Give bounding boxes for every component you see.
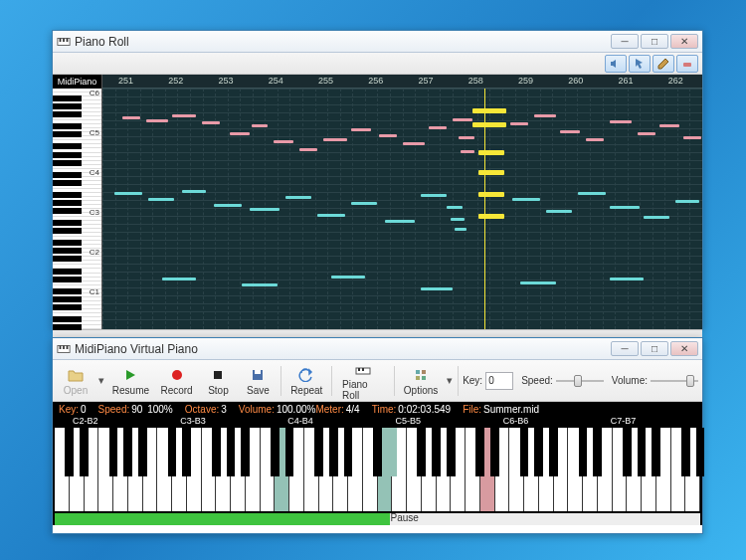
main-toolbar: Open ▾ Resume Record Stop Save Repeat Pi… <box>53 360 702 402</box>
black-key[interactable] <box>388 428 397 476</box>
black-key[interactable] <box>109 428 118 476</box>
close-button[interactable]: ✕ <box>670 34 698 49</box>
black-key[interactable] <box>681 428 690 476</box>
black-key[interactable] <box>314 428 323 476</box>
svg-rect-1 <box>60 38 62 42</box>
maximize-button[interactable]: □ <box>641 341 668 356</box>
play-icon <box>121 366 139 384</box>
tool-speaker-icon[interactable] <box>605 55 627 73</box>
resume-button[interactable]: Resume <box>107 364 153 398</box>
piano-roll-titlebar[interactable]: Piano Roll ─ □ ✕ <box>53 31 702 53</box>
black-key[interactable] <box>623 428 632 476</box>
roll-body: MidiPiano C1C2C3C4C5C6 25125225325425525… <box>53 75 702 329</box>
svg-rect-7 <box>63 345 65 349</box>
black-key[interactable] <box>329 428 338 476</box>
grid-notes[interactable] <box>102 89 702 329</box>
svg-rect-15 <box>362 368 364 371</box>
record-button[interactable]: Record <box>156 364 198 398</box>
black-key[interactable] <box>285 428 294 476</box>
separator <box>458 366 459 396</box>
volume-slider[interactable] <box>651 373 698 389</box>
pianoroll-icon <box>354 360 372 378</box>
svg-rect-6 <box>60 345 62 349</box>
close-button[interactable]: ✕ <box>670 341 698 356</box>
key-spinner[interactable]: 0 <box>485 372 513 390</box>
black-key[interactable] <box>447 428 456 476</box>
keyboard-area: C2-B2C3-B3C4-B4C5-B5C6-B6C7-B7 Pause <box>53 416 702 525</box>
black-key[interactable] <box>549 428 558 476</box>
black-key[interactable] <box>593 428 602 476</box>
key-column-header: MidiPiano <box>53 75 101 89</box>
black-key[interactable] <box>475 428 484 476</box>
piano-roll-window: Piano Roll ─ □ ✕ MidiPiano C1C2C3C4C5C6 … <box>52 30 703 330</box>
separator <box>394 366 395 396</box>
app-icon <box>57 35 71 49</box>
record-icon <box>168 366 186 384</box>
svg-rect-2 <box>63 38 65 42</box>
piano-key-strip[interactable]: C1C2C3C4C5C6 <box>53 89 101 329</box>
svg-rect-19 <box>422 376 426 380</box>
black-key[interactable] <box>138 428 147 476</box>
black-key[interactable] <box>80 428 89 476</box>
black-key[interactable] <box>432 428 441 476</box>
black-key[interactable] <box>182 428 191 476</box>
note-grid[interactable]: 251252253254255256257258259260261262 <box>102 75 702 329</box>
black-key[interactable] <box>417 428 426 476</box>
black-key[interactable] <box>271 428 280 476</box>
midipiano-window: MidiPiano Virtual Piano ─ □ ✕ Open ▾ Res… <box>52 337 703 534</box>
black-key[interactable] <box>696 428 705 476</box>
tool-pencil-icon[interactable] <box>653 55 674 73</box>
open-dropdown[interactable]: ▾ <box>96 373 105 389</box>
open-icon <box>67 366 85 384</box>
svg-rect-10 <box>214 371 222 379</box>
stop-icon <box>209 366 227 384</box>
black-key[interactable] <box>241 428 250 476</box>
black-key[interactable] <box>520 428 529 476</box>
stop-button[interactable]: Stop <box>199 364 237 398</box>
virtual-keyboard[interactable] <box>55 428 700 511</box>
progress-fill <box>55 513 390 525</box>
key-label: Key: <box>463 375 482 386</box>
black-key[interactable] <box>212 428 221 476</box>
maximize-button[interactable]: □ <box>641 34 668 49</box>
midipiano-titlebar[interactable]: MidiPiano Virtual Piano ─ □ ✕ <box>53 338 702 360</box>
black-key[interactable] <box>344 428 353 476</box>
grid-ruler[interactable]: 251252253254255256257258259260261262 <box>102 75 702 89</box>
black-key[interactable] <box>65 428 74 476</box>
tool-pointer-icon[interactable] <box>629 55 651 73</box>
black-key[interactable] <box>373 428 382 476</box>
tool-eraser-icon[interactable] <box>676 55 698 73</box>
options-button[interactable]: Options <box>399 364 443 398</box>
options-dropdown[interactable]: ▾ <box>445 373 454 389</box>
minimize-button[interactable]: ─ <box>611 341 639 356</box>
open-button[interactable]: Open <box>57 364 94 398</box>
black-key[interactable] <box>227 428 236 476</box>
piano-roll-title: Piano Roll <box>75 35 611 49</box>
separator <box>331 366 332 396</box>
options-icon <box>412 366 430 384</box>
svg-rect-3 <box>67 38 69 42</box>
black-key[interactable] <box>579 428 588 476</box>
black-key[interactable] <box>123 428 132 476</box>
repeat-button[interactable]: Repeat <box>285 364 327 398</box>
repeat-icon <box>297 366 315 384</box>
app-icon <box>57 342 71 356</box>
black-key[interactable] <box>638 428 647 476</box>
black-key[interactable] <box>490 428 499 476</box>
save-button[interactable]: Save <box>239 364 277 398</box>
pianoroll-button[interactable]: Piano Roll <box>336 358 390 403</box>
svg-rect-14 <box>358 368 360 371</box>
black-key[interactable] <box>652 428 660 476</box>
svg-rect-18 <box>416 376 420 380</box>
separator <box>280 366 281 396</box>
midipiano-title: MidiPiano Virtual Piano <box>75 342 611 356</box>
black-key[interactable] <box>534 428 543 476</box>
minimize-button[interactable]: ─ <box>611 34 639 49</box>
speed-slider[interactable] <box>556 373 604 389</box>
svg-rect-4 <box>683 63 691 67</box>
progress-label: Pause <box>390 512 418 523</box>
progress-bar[interactable]: Pause <box>55 513 700 525</box>
roll-toolbar <box>53 53 702 75</box>
black-key[interactable] <box>168 428 177 476</box>
svg-rect-16 <box>416 370 420 374</box>
